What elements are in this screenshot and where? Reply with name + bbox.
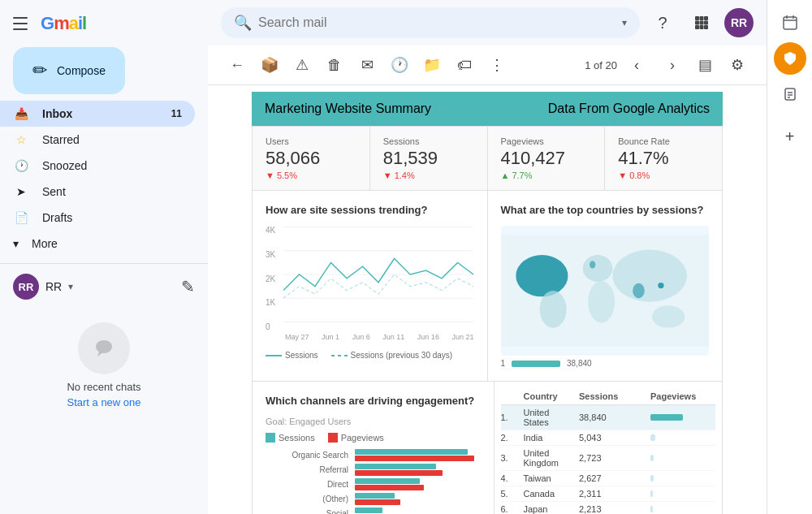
channels-legend: Sessions Pageviews	[266, 433, 481, 443]
apps-button[interactable]	[685, 6, 718, 39]
svg-marker-1	[97, 352, 103, 356]
calendar-icon[interactable]	[774, 6, 806, 39]
back-button[interactable]: ←	[221, 49, 253, 81]
analytics-container: Marketing Website Summary Data From Goog…	[252, 92, 723, 514]
svg-rect-6	[700, 21, 704, 25]
sessions-chart-title: How are site sessions trending?	[266, 204, 474, 216]
sent-icon: ➤	[13, 185, 29, 198]
sidebar-item-starred[interactable]: ☆ Starred	[0, 127, 195, 153]
analytics-header-title: Marketing Website Summary	[265, 102, 431, 116]
new-chat-button[interactable]: ✎	[181, 277, 195, 296]
main-area: 🔍 ▾ ? RR ← 📦 ⚠ 🗑 ✉ 🕐 📁 🏷 ⋮	[208, 0, 767, 514]
svg-rect-9	[700, 25, 704, 29]
table-row: 2.India5,043	[501, 430, 716, 446]
chat-header: RR RR ▾ ✎	[0, 270, 208, 306]
channels-subtitle: Goal: Engaged Users	[266, 417, 481, 426]
hamburger-menu[interactable]	[13, 14, 32, 33]
metric-users-label: Users	[266, 136, 356, 146]
user-name: RR	[45, 280, 62, 293]
metric-sessions: Sessions 81,539 ▼ 1.4%	[370, 127, 488, 190]
search-input[interactable]	[258, 15, 615, 30]
snooze-button[interactable]: 🕐	[383, 49, 416, 81]
pager-text: 1 of 20	[585, 59, 617, 71]
email-area: Marketing Website Summary Data From Goog…	[208, 85, 767, 514]
label-button[interactable]: 🏷	[448, 49, 481, 81]
pager-next-button[interactable]: ›	[656, 49, 689, 81]
metric-pageviews: Pageviews 410,427 ▲ 7.7%	[488, 127, 606, 190]
svg-rect-4	[704, 16, 708, 20]
svg-rect-8	[695, 25, 699, 29]
table-row: 6.Japan2,213	[501, 502, 716, 514]
country-table-section: Country Sessions Pageviews 1.United Stat…	[495, 382, 723, 514]
svg-point-17	[516, 255, 568, 296]
add-app-button[interactable]: +	[774, 120, 806, 153]
svg-point-0	[96, 340, 112, 353]
user-row: RR RR ▾	[13, 274, 73, 300]
channels-bars: Organic Search Referral	[266, 449, 481, 514]
table-row: 5.Canada2,311	[501, 486, 716, 502]
sidebar-item-sent[interactable]: ➤ Sent	[0, 179, 195, 205]
mark-unread-button[interactable]: ✉	[351, 49, 383, 81]
topbar-right: ? RR	[646, 6, 754, 39]
help-button[interactable]: ?	[646, 6, 679, 39]
profile-avatar[interactable]: RR	[724, 8, 754, 37]
search-dropdown-icon[interactable]: ▾	[622, 17, 627, 28]
pager: 1 of 20 ‹ ›	[585, 49, 689, 81]
svg-point-20	[588, 281, 615, 322]
metric-users-change: ▼ 5.5%	[266, 171, 356, 180]
sessions-chart-section: How are site sessions trending? 4K3K2K1K…	[253, 191, 488, 381]
sidebar-item-inbox[interactable]: 📥 Inbox 11	[0, 101, 195, 127]
more-options-button[interactable]: ⋮	[481, 49, 513, 81]
map-section: What are the top countries by sessions?	[488, 191, 723, 381]
search-icon: 🔍	[234, 14, 252, 32]
svg-point-24	[633, 283, 645, 298]
pager-prev-button[interactable]: ‹	[620, 49, 653, 81]
tasks-icon[interactable]	[774, 78, 806, 110]
country-table-header: Country Sessions Pageviews	[501, 388, 716, 405]
inbox-badge: 11	[171, 108, 182, 119]
chart-x-labels: May 27Jun 1Jun 6Jun 11Jun 16Jun 21	[266, 333, 474, 341]
svg-point-18	[539, 291, 566, 328]
drafts-label: Drafts	[42, 211, 72, 224]
channels-title: Which channels are driving engagement?	[266, 395, 481, 407]
map-rank: 1	[501, 359, 506, 368]
sidebar-item-snoozed[interactable]: 🕐 Snoozed	[0, 153, 195, 179]
analytics-header: Marketing Website Summary Data From Goog…	[252, 92, 723, 126]
map-title: What are the top countries by sessions?	[501, 204, 710, 216]
svg-rect-2	[695, 16, 699, 20]
user-dropdown-icon[interactable]: ▾	[68, 281, 73, 292]
compose-button[interactable]: ✏ Compose	[13, 47, 125, 94]
sessions-chart-container: 4K3K2K1K0	[266, 226, 474, 348]
sidebar-item-more[interactable]: ▾ More	[0, 231, 195, 257]
compose-label: Compose	[57, 64, 106, 77]
map-bar-row: 1 38,840	[501, 359, 710, 368]
more-chevron-icon: ▾	[13, 237, 19, 250]
move-to-button[interactable]: 📁	[416, 49, 448, 81]
chart-legend: Sessions Sessions (previous 30 days)	[266, 351, 474, 360]
metric-sessions-change: ▼ 1.4%	[383, 171, 474, 180]
starred-label: Starred	[42, 133, 80, 146]
report-spam-button[interactable]: ⚠	[286, 49, 318, 81]
metric-sessions-label: Sessions	[383, 136, 474, 146]
settings-button[interactable]: ⚙	[721, 49, 754, 81]
bar-row-other: (Other)	[266, 493, 481, 505]
sidebar-item-drafts[interactable]: 📄 Drafts	[0, 205, 195, 231]
table-row: 1.United States38,840	[501, 405, 716, 430]
channels-section: Which channels are driving engagement? G…	[253, 382, 495, 514]
start-chat-link[interactable]: Start a new one	[67, 396, 140, 408]
sent-label: Sent	[42, 185, 66, 198]
world-map-svg	[501, 226, 710, 356]
bar-row-referral: Referral	[266, 464, 481, 476]
view-mode-button[interactable]: ▤	[689, 49, 721, 81]
avatar: RR	[13, 274, 39, 300]
metric-bounce-change: ▼ 0.8%	[618, 171, 709, 180]
svg-rect-10	[704, 25, 708, 29]
shield-icon[interactable]	[774, 42, 806, 75]
delete-button[interactable]: 🗑	[318, 49, 351, 81]
bar-row-social: Social	[266, 508, 481, 514]
bar-row-organic: Organic Search	[266, 449, 481, 461]
search-box[interactable]: 🔍 ▾	[221, 7, 640, 38]
email-content: Marketing Website Summary Data From Goog…	[208, 85, 767, 514]
archive-button[interactable]: 📦	[253, 49, 286, 81]
star-icon: ☆	[13, 133, 29, 146]
